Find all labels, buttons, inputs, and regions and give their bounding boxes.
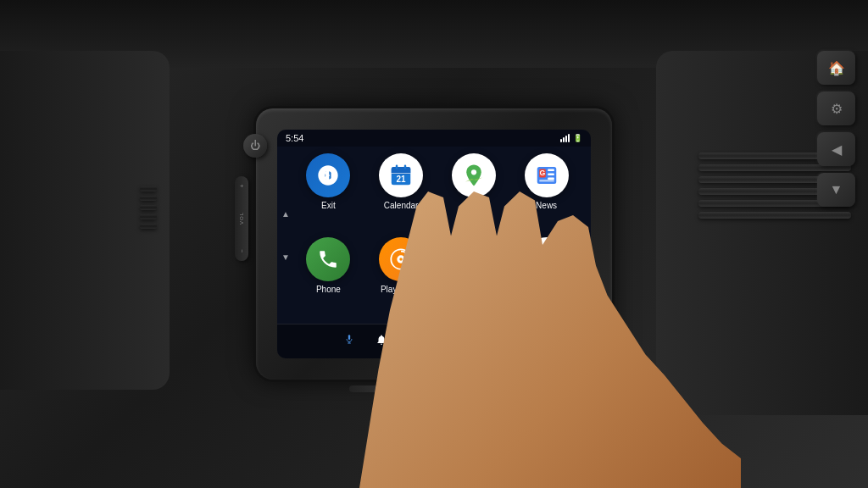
settings-button[interactable]: ⚙ <box>817 92 855 125</box>
left-vent <box>140 186 157 254</box>
app-phone[interactable]: Phone <box>294 237 363 317</box>
calendar-icon: 21 <box>379 153 423 197</box>
news-label: News <box>536 201 557 210</box>
svg-point-8 <box>471 169 476 175</box>
status-bar: 5:54 🔋 <box>277 130 591 147</box>
vol-label: VOL <box>239 212 244 225</box>
scroll-arrows: ▲ ▼ <box>281 209 290 262</box>
scroll-button[interactable]: ▼ <box>817 173 855 207</box>
svg-rect-12 <box>548 169 554 172</box>
volume-slider[interactable]: + VOL − <box>235 176 248 261</box>
dashboard-left <box>0 51 170 390</box>
phone-label: Phone <box>316 285 341 294</box>
right-panel-buttons: 🏠 ⚙ ◀ ▼ <box>817 51 855 207</box>
svg-rect-14 <box>548 178 554 180</box>
vol-up-label: + <box>239 184 245 187</box>
vent-slat <box>140 205 157 210</box>
svg-rect-6 <box>396 165 398 169</box>
vent-slat <box>140 186 157 191</box>
vent-slat <box>140 214 157 219</box>
svg-text:G: G <box>539 169 545 177</box>
exit-label: Exit <box>321 201 336 210</box>
signal-bar-2 <box>563 137 565 142</box>
power-button[interactable]: ⏻ <box>243 134 267 158</box>
exit-icon <box>306 153 350 197</box>
signal-icon <box>560 134 570 142</box>
news-icon: G <box>525 153 569 197</box>
svg-rect-13 <box>548 174 554 176</box>
svg-text:21: 21 <box>397 175 407 184</box>
scroll-down-arrow[interactable]: ▼ <box>281 252 290 262</box>
clock: 5:54 <box>286 133 303 143</box>
app-exit[interactable]: Exit <box>294 153 363 233</box>
phone-icon <box>306 237 350 281</box>
signal-bar-1 <box>560 139 562 142</box>
svg-rect-32 <box>348 335 350 340</box>
signal-bar-3 <box>565 136 567 142</box>
microphone-button[interactable] <box>342 332 357 351</box>
calendar-label: Calendar <box>384 201 419 210</box>
battery-icon: 🔋 <box>573 134 582 142</box>
vol-down-label: − <box>239 249 245 252</box>
home-button[interactable]: 🏠 <box>817 51 855 85</box>
maps-icon <box>452 153 496 197</box>
back-button[interactable]: ◀ <box>817 132 855 166</box>
status-icons: 🔋 <box>560 134 582 142</box>
vent-slat <box>698 212 851 219</box>
svg-rect-7 <box>404 165 407 169</box>
signal-bar-4 <box>568 134 570 142</box>
svg-rect-15 <box>539 180 554 182</box>
scroll-up-arrow[interactable]: ▲ <box>281 209 290 219</box>
svg-point-19 <box>399 258 403 261</box>
vent-slat <box>140 196 157 201</box>
vent-slat <box>140 224 157 229</box>
